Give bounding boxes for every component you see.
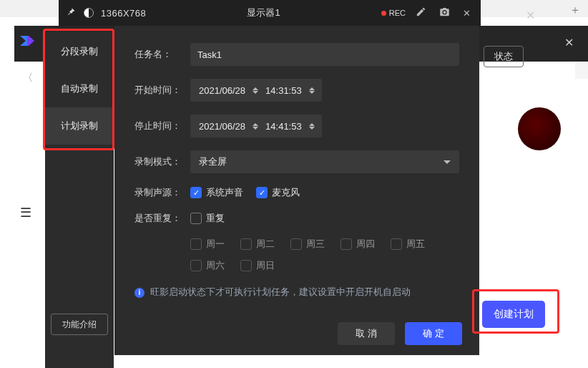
sidebar-item-label: 自动录制 [61, 82, 98, 95]
mic-checkbox[interactable] [256, 187, 268, 198]
start-datetime-picker[interactable]: 2021/06/28 14:31:53 [190, 79, 322, 102]
record-indicator [518, 107, 561, 150]
display-title: 显示器1 [153, 6, 373, 19]
function-intro-label: 功能介绍 [62, 319, 97, 331]
status-button[interactable]: 状态 [484, 46, 524, 67]
start-date-value: 2021/06/28 [199, 85, 245, 96]
chevron-down-icon [444, 160, 451, 164]
pin-icon[interactable] [66, 6, 77, 19]
repeat-label: 是否重复： [134, 212, 190, 225]
end-datetime-picker[interactable]: 2021/06/28 14:41:53 [190, 115, 322, 137]
recorder-topbar: 1366X768 显示器1 REC ✕ [59, 0, 481, 26]
day-label: 周三 [306, 238, 325, 251]
mic-label: 麦克风 [272, 186, 300, 199]
day-label: 周四 [356, 238, 375, 251]
confirm-button[interactable]: 确定 [405, 322, 462, 345]
create-plan-button[interactable]: 创建计划 [482, 301, 545, 328]
mode-label: 录制模式： [134, 155, 190, 168]
rec-indicator[interactable]: REC [381, 9, 406, 17]
day-sun-checkbox[interactable] [240, 260, 252, 271]
end-time-label: 停止时间： [134, 120, 190, 132]
day-sat-checkbox[interactable] [190, 260, 202, 271]
day-label: 周五 [406, 238, 425, 251]
day-fri-checkbox[interactable] [391, 238, 402, 250]
day-label: 周日 [256, 259, 275, 272]
info-message: i 旺影启动状态下才可执行计划任务，建议设置中开启开机自启动 [134, 286, 459, 299]
cancel-button[interactable]: 取消 [338, 322, 395, 345]
audio-label: 录制声源： [134, 186, 190, 199]
day-mon-checkbox[interactable] [190, 238, 202, 250]
resolution-label: 1366X768 [101, 8, 146, 19]
day-wed-checkbox[interactable] [290, 238, 302, 250]
date-stepper-icon[interactable] [251, 87, 260, 94]
sidebar-item-label: 计划录制 [61, 120, 98, 132]
mode-value: 录全屏 [199, 155, 227, 168]
mode-select[interactable]: 录全屏 [190, 150, 459, 173]
sidebar-item-label: 分段录制 [61, 45, 98, 58]
end-time-value: 14:41:53 [265, 121, 302, 132]
camera-icon[interactable] [436, 6, 453, 19]
start-time-label: 开始时间： [134, 84, 190, 97]
task-name-input[interactable] [190, 43, 459, 66]
function-intro-button[interactable]: 功能介绍 [51, 314, 108, 335]
panel-close-icon[interactable]: ✕ [526, 9, 535, 22]
day-label: 周一 [206, 238, 225, 251]
plan-dialog: 任务名： 开始时间： 2021/06/28 14:31:53 停止时间： 202… [114, 26, 479, 355]
rec-dot-icon [381, 11, 386, 16]
system-audio-label: 系统声音 [206, 186, 243, 199]
day-thu-checkbox[interactable] [340, 238, 352, 250]
system-audio-checkbox[interactable] [190, 187, 202, 198]
time-stepper-icon[interactable] [308, 87, 316, 94]
sidebar-item-segment[interactable]: 分段录制 [45, 33, 114, 70]
info-icon: i [134, 288, 144, 298]
close-icon[interactable]: ✕ [460, 8, 474, 19]
rec-label: REC [389, 9, 406, 17]
date-stepper-icon[interactable] [251, 123, 260, 130]
start-time-value: 14:31:53 [265, 85, 302, 96]
day-tue-checkbox[interactable] [240, 238, 252, 250]
app-close-icon[interactable]: ✕ [564, 36, 574, 49]
repeat-checkbox[interactable] [190, 213, 202, 224]
time-stepper-icon[interactable] [308, 123, 316, 130]
app-logo-icon [20, 36, 34, 46]
repeat-value: 重复 [206, 212, 225, 225]
back-icon[interactable]: 〈 [23, 72, 33, 84]
end-date-value: 2021/06/28 [199, 121, 245, 132]
day-label: 周六 [206, 259, 225, 272]
contrast-icon[interactable] [84, 8, 94, 18]
info-text: 旺影启动状态下才可执行计划任务，建议设置中开启开机自启动 [150, 286, 411, 299]
edit-icon[interactable] [413, 6, 429, 19]
sidebar: 分段录制 自动录制 计划录制 功能介绍 [45, 32, 114, 368]
new-tab-icon[interactable]: ＋ [569, 3, 581, 18]
menu-icon[interactable]: ☰ [20, 205, 31, 221]
sidebar-item-plan[interactable]: 计划录制 [45, 107, 114, 145]
task-name-label: 任务名： [134, 48, 190, 61]
day-label: 周二 [256, 238, 275, 251]
sidebar-item-auto[interactable]: 自动录制 [45, 70, 114, 107]
